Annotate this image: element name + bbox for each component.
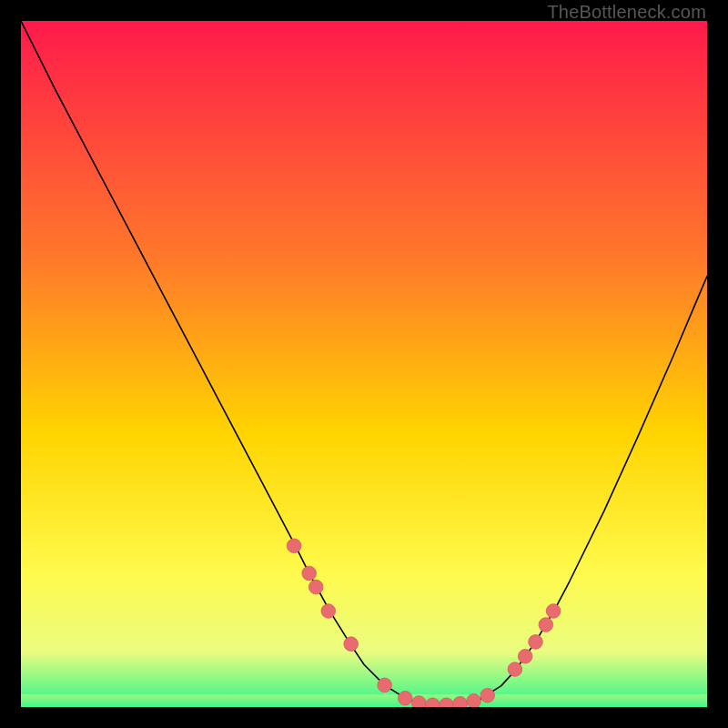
svg-rect-8 [21, 702, 707, 703]
svg-rect-5 [21, 699, 707, 700]
svg-rect-6 [21, 700, 707, 701]
data-marker [529, 635, 543, 650]
data-marker [453, 696, 468, 707]
svg-rect-2 [21, 696, 707, 697]
data-marker [344, 637, 359, 652]
data-marker [467, 693, 481, 707]
data-marker [302, 566, 317, 581]
data-marker [508, 662, 522, 677]
svg-rect-7 [21, 701, 707, 702]
svg-rect-11 [21, 704, 707, 705]
data-marker [398, 691, 412, 705]
watermark-text: TheBottleneck.com [547, 2, 706, 23]
chart-canvas [21, 21, 707, 707]
data-marker [412, 696, 427, 707]
svg-rect-10 [21, 703, 707, 704]
svg-rect-0 [21, 694, 707, 695]
gradient-background [21, 21, 707, 707]
svg-rect-3 [21, 697, 707, 698]
svg-rect-13 [21, 706, 707, 707]
data-marker [480, 688, 495, 703]
data-marker [518, 649, 532, 663]
data-marker [308, 580, 323, 594]
data-marker [321, 604, 336, 619]
svg-rect-1 [21, 695, 707, 696]
svg-rect-12 [21, 705, 707, 706]
svg-rect-9 [21, 703, 707, 703]
data-marker [378, 678, 392, 693]
data-marker [539, 618, 553, 632]
data-marker [546, 604, 561, 619]
bottom-stripes [21, 694, 707, 707]
data-marker [287, 539, 301, 553]
svg-rect-4 [21, 698, 707, 699]
